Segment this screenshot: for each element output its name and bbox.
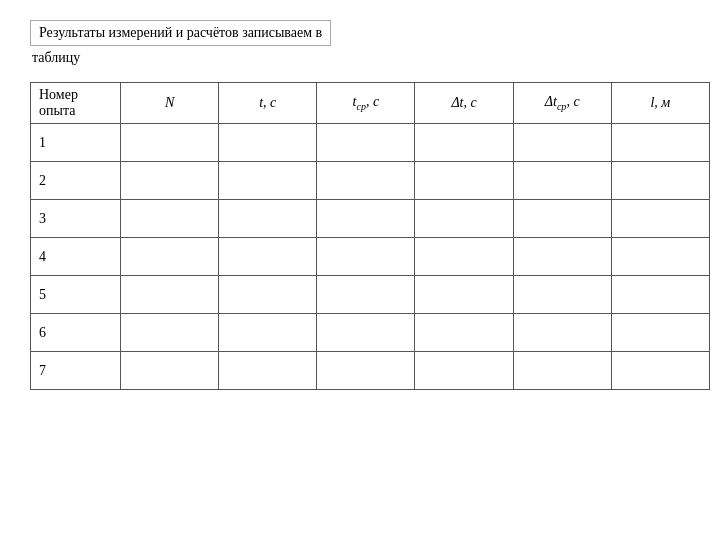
data-cell [611, 352, 709, 390]
data-cell [121, 276, 219, 314]
row-number-cell: 3 [31, 200, 121, 238]
data-cell [513, 200, 611, 238]
col-header-nomer: Номеропыта [31, 83, 121, 124]
data-cell [415, 200, 513, 238]
data-cell [611, 238, 709, 276]
data-cell [219, 314, 317, 352]
data-cell [317, 200, 415, 238]
measurements-table: Номеропыта N t, c tcp, c Δt, c Δtcp, c l… [30, 82, 710, 390]
data-cell [121, 200, 219, 238]
table-row: 7 [31, 352, 710, 390]
data-cell [415, 352, 513, 390]
data-cell [317, 238, 415, 276]
data-cell [317, 314, 415, 352]
data-cell [317, 276, 415, 314]
data-cell [513, 162, 611, 200]
data-cell [219, 276, 317, 314]
table-row: 5 [31, 276, 710, 314]
data-cell [121, 352, 219, 390]
data-cell [513, 352, 611, 390]
header-line2: таблицу [30, 50, 690, 66]
table-row: 6 [31, 314, 710, 352]
data-cell [415, 162, 513, 200]
data-cell [513, 238, 611, 276]
data-cell [415, 314, 513, 352]
data-cell [219, 124, 317, 162]
data-cell [317, 124, 415, 162]
data-cell [219, 238, 317, 276]
col-header-l: l, м [611, 83, 709, 124]
data-cell [611, 162, 709, 200]
table-row: 4 [31, 238, 710, 276]
data-cell [513, 276, 611, 314]
col-header-tcp: tcp, c [317, 83, 415, 124]
table-row: 3 [31, 200, 710, 238]
row-number-cell: 6 [31, 314, 121, 352]
data-cell [219, 200, 317, 238]
data-cell [415, 276, 513, 314]
table-row: 2 [31, 162, 710, 200]
data-cell [121, 238, 219, 276]
data-cell [219, 352, 317, 390]
data-cell [219, 162, 317, 200]
data-cell [317, 162, 415, 200]
col-header-N: N [121, 83, 219, 124]
row-number-cell: 5 [31, 276, 121, 314]
data-cell [121, 162, 219, 200]
table-row: 1 [31, 124, 710, 162]
table-body: 1234567 [31, 124, 710, 390]
row-number-cell: 2 [31, 162, 121, 200]
row-number-cell: 4 [31, 238, 121, 276]
page-container: Результаты измерений и расчётов записыва… [0, 0, 720, 410]
col-header-dt: Δt, c [415, 83, 513, 124]
data-cell [611, 314, 709, 352]
data-cell [317, 352, 415, 390]
col-header-t: t, c [219, 83, 317, 124]
data-cell [611, 124, 709, 162]
data-cell [415, 124, 513, 162]
data-cell [513, 314, 611, 352]
data-cell [611, 200, 709, 238]
data-cell [415, 238, 513, 276]
data-cell [513, 124, 611, 162]
data-cell [121, 314, 219, 352]
table-header-row: Номеропыта N t, c tcp, c Δt, c Δtcp, c l… [31, 83, 710, 124]
data-cell [611, 276, 709, 314]
data-cell [121, 124, 219, 162]
header-line1: Результаты измерений и расчётов записыва… [30, 20, 331, 46]
col-header-dtcp: Δtcp, c [513, 83, 611, 124]
row-number-cell: 7 [31, 352, 121, 390]
row-number-cell: 1 [31, 124, 121, 162]
